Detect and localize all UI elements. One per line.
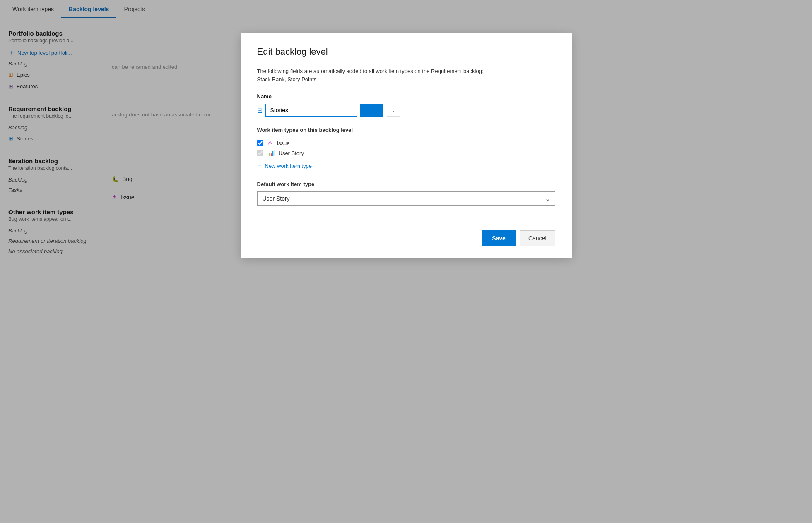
default-field-label: Default work item type xyxy=(257,181,555,187)
edit-backlog-dialog: Edit backlog level The following fields … xyxy=(241,33,572,258)
user-story-checkbox-row: 📊 User Story xyxy=(257,148,555,158)
dialog-actions: Save Cancel xyxy=(257,222,555,246)
issue-wit-icon: ⚠ xyxy=(267,140,273,146)
name-row: ⊞ ⌄ xyxy=(257,104,555,117)
user-story-checkbox xyxy=(257,150,263,156)
save-button[interactable]: Save xyxy=(482,230,516,246)
issue-checkbox[interactable] xyxy=(257,140,263,146)
color-button[interactable] xyxy=(360,104,383,117)
cancel-button[interactable]: Cancel xyxy=(520,230,555,246)
user-story-wit-label: User Story xyxy=(279,150,304,156)
default-select[interactable]: User Story Issue xyxy=(257,191,555,206)
name-input[interactable] xyxy=(266,104,357,116)
issue-checkbox-row: ⚠ Issue xyxy=(257,138,555,148)
add-wit-button[interactable]: ＋ New work item type xyxy=(257,162,555,169)
issue-wit-label[interactable]: Issue xyxy=(277,140,290,146)
dialog-info-line2: Stack Rank, Story Points xyxy=(257,76,317,82)
modal-overlay: Edit backlog level The following fields … xyxy=(0,0,812,521)
grid-icon: ⊞ xyxy=(257,107,263,114)
dialog-info-line1: The following fields are automatically a… xyxy=(257,68,484,74)
add-wit-label: New work item type xyxy=(265,163,312,169)
chevron-down-icon: ⌄ xyxy=(391,107,395,113)
name-field-label: Name xyxy=(257,93,555,99)
chevron-button[interactable]: ⌄ xyxy=(387,104,400,117)
default-select-wrapper: User Story Issue xyxy=(257,191,555,206)
dialog-info: The following fields are automatically a… xyxy=(257,67,555,83)
story-wit-icon: 📊 xyxy=(267,150,275,156)
dialog-title: Edit backlog level xyxy=(257,46,555,57)
add-plus-icon: ＋ xyxy=(257,162,263,169)
wit-section-label: Work item types on this backlog level xyxy=(257,127,555,133)
